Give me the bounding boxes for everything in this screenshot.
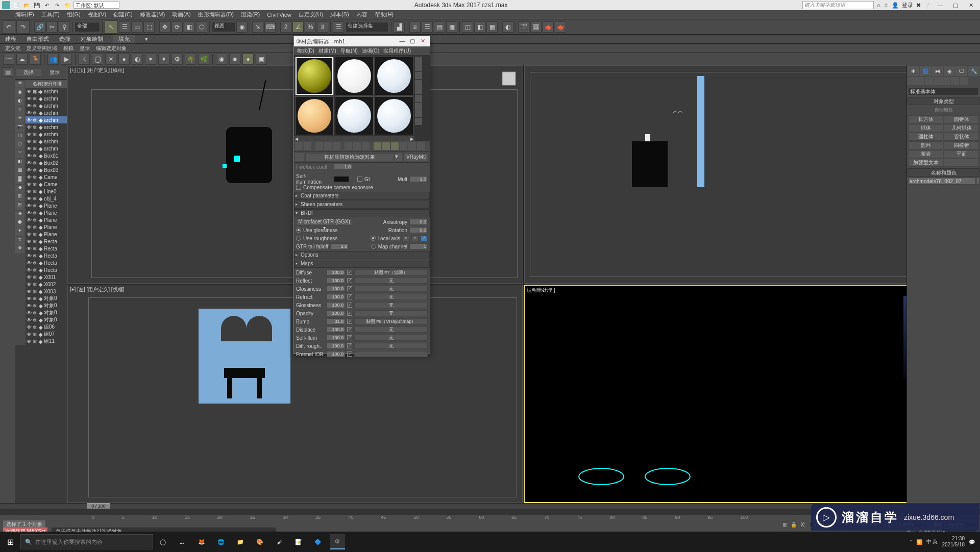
cmd-tab-motion[interactable]: ◉ bbox=[944, 66, 955, 76]
prim-button[interactable] bbox=[944, 159, 979, 167]
ribbon-tab-select[interactable]: 选择 bbox=[59, 35, 70, 43]
menu-edit[interactable]: 编辑(E) bbox=[15, 11, 34, 18]
start-button[interactable]: ⊞ bbox=[0, 532, 20, 552]
menu-script[interactable]: 脚本(S) bbox=[330, 11, 349, 18]
cmd-cat-geom-icon[interactable] bbox=[908, 77, 916, 85]
app-icon-4[interactable]: 🔷 bbox=[310, 534, 326, 549]
tray-up-icon[interactable]: ˄ bbox=[910, 539, 912, 545]
menu-graph[interactable]: 图形编辑器(D) bbox=[198, 11, 234, 18]
object-name-field[interactable] bbox=[908, 178, 976, 185]
spinner-snap-button[interactable]: ⥯ bbox=[317, 21, 328, 33]
scene-row[interactable]: 👁❄◆Plane bbox=[26, 209, 67, 216]
scene-filter-btn[interactable]: ◧ bbox=[15, 159, 24, 167]
bind-button[interactable]: ⚲ bbox=[59, 21, 70, 33]
prim-button[interactable]: 长方体 bbox=[908, 115, 943, 123]
scene-row[interactable]: 👁❄◆archm bbox=[26, 116, 67, 123]
undo-button[interactable]: ↶ bbox=[2, 20, 15, 34]
pop-icon-14[interactable]: ▣ bbox=[256, 54, 267, 65]
scene-row[interactable]: 👁❄◆X003 bbox=[26, 288, 67, 295]
help-icon[interactable]: ❔ bbox=[924, 2, 931, 9]
cmd-cat-light-icon[interactable] bbox=[925, 77, 933, 85]
firefox-icon[interactable]: 🦊 bbox=[194, 534, 209, 549]
ribbon-tab-populate[interactable]: 填充 bbox=[113, 35, 135, 43]
ribbon-panel-editsel[interactable]: 编辑选定对象 bbox=[96, 45, 127, 52]
ribbon-panel-idle[interactable]: 定义空闲区域 bbox=[27, 45, 57, 52]
ribbon-button[interactable]: ▦ bbox=[446, 21, 457, 33]
taskview-icon[interactable]: ◯ bbox=[155, 534, 170, 549]
clock[interactable]: 21:302021/5/18 bbox=[942, 536, 965, 548]
menu-content[interactable]: 内容 bbox=[356, 11, 368, 18]
workspace-combo[interactable]: 工作区: 默认 bbox=[74, 2, 119, 9]
mat-close-button[interactable]: ✕ bbox=[418, 38, 428, 45]
scene-row[interactable]: 👁❄◆obj_4 bbox=[26, 195, 67, 202]
mat-tool-showmap[interactable] bbox=[353, 142, 361, 150]
ref-coord-combo[interactable]: 视图 bbox=[212, 22, 235, 32]
mat-tool-assign[interactable] bbox=[315, 142, 323, 150]
qat-redo-icon[interactable]: ↷ bbox=[53, 1, 61, 9]
scene-row[interactable]: 👁❄◆Plane bbox=[26, 223, 67, 231]
menu-render[interactable]: 渲染(R) bbox=[241, 11, 260, 18]
mat-slot-6[interactable] bbox=[375, 96, 413, 135]
scene-row[interactable]: 👁❄◆archm bbox=[26, 145, 67, 152]
mat-menu-options[interactable]: 选项(O) bbox=[362, 47, 379, 55]
pop-icon-1[interactable]: ☇ bbox=[79, 54, 90, 65]
scene-row[interactable]: 👁❄◆Recta bbox=[26, 238, 67, 245]
cmd-cat-shape-icon[interactable] bbox=[916, 77, 924, 85]
pop-icon-5[interactable]: ◐ bbox=[132, 54, 143, 65]
prim-button[interactable]: 圆锥体 bbox=[944, 115, 979, 123]
mat-tool-gosibling[interactable] bbox=[382, 142, 390, 150]
viewcube-icon[interactable] bbox=[499, 69, 520, 89]
mat-slot-hscroll[interactable]: ◀▶ bbox=[294, 136, 414, 141]
scene-filter-btn[interactable]: ◐ bbox=[15, 98, 24, 106]
populate-seat-icon[interactable]: 🪑 bbox=[30, 54, 41, 65]
mat-tool-options[interactable] bbox=[408, 142, 416, 150]
selection-filter-combo[interactable]: 全部 bbox=[75, 22, 100, 32]
mat-slot-1[interactable] bbox=[295, 57, 334, 95]
dope-sheet-button[interactable]: ▦ bbox=[486, 21, 498, 33]
mat-tool-select[interactable] bbox=[417, 142, 425, 150]
scene-filter-btn[interactable]: ◈ bbox=[15, 211, 24, 219]
menu-help[interactable]: 帮助(H) bbox=[375, 11, 394, 18]
populate-idle-icon[interactable]: ☁ bbox=[16, 54, 28, 65]
mat-side-btn[interactable] bbox=[415, 72, 422, 79]
rollout-head[interactable]: Sheen parameters bbox=[294, 200, 430, 209]
mat-tool-reset[interactable] bbox=[324, 142, 332, 150]
prim-button[interactable]: 管状体 bbox=[944, 133, 979, 141]
ribbon-tab-objectpaint[interactable]: 对象绘制 bbox=[81, 35, 103, 43]
window-crossing-button[interactable]: ⬚ bbox=[143, 21, 155, 33]
scene-filter-btn[interactable]: ○ bbox=[15, 107, 24, 115]
scene-filter-btn[interactable]: 📷 bbox=[15, 124, 24, 132]
mat-tool-make[interactable] bbox=[345, 142, 352, 150]
material-editor-button[interactable]: ◐ bbox=[502, 21, 513, 33]
edit-named-sel-button[interactable]: ☰ bbox=[333, 21, 344, 33]
scene-filter-btn[interactable]: ◆ bbox=[15, 185, 24, 193]
pop-icon-9[interactable]: 🌴 bbox=[185, 54, 196, 65]
scene-filter-btn[interactable]: ↯ bbox=[15, 237, 24, 245]
select-object-button[interactable]: ↖ bbox=[105, 20, 118, 34]
cmd-tab-display[interactable]: 🖵 bbox=[956, 66, 968, 76]
mat-side-btn[interactable] bbox=[415, 57, 422, 64]
minimize-button[interactable]: — bbox=[934, 1, 946, 9]
scene-row[interactable]: 👁❄◆对象0 bbox=[26, 295, 67, 302]
prim-button[interactable]: 四棱锥 bbox=[944, 141, 979, 149]
object-color-swatch[interactable] bbox=[977, 178, 979, 185]
render-button[interactable]: 🫖 bbox=[543, 21, 554, 33]
curve-editor-button[interactable]: ◫ bbox=[462, 21, 473, 33]
mat-menu-mode[interactable]: 模式(D) bbox=[297, 47, 314, 55]
roll-name-color[interactable]: 名称和颜色 bbox=[908, 168, 979, 177]
mat-side-btn[interactable] bbox=[415, 95, 422, 102]
user-icon[interactable]: 👤 bbox=[892, 2, 899, 9]
named-selset-combo[interactable]: 创建选择集 bbox=[345, 22, 389, 32]
rollout-head[interactable]: Maps bbox=[294, 260, 430, 268]
select-rect-button[interactable]: ▭ bbox=[131, 21, 142, 33]
scene-filter-btn[interactable]: ⊞ bbox=[15, 193, 24, 202]
prim-button[interactable]: 球体 bbox=[908, 124, 943, 132]
scene-row[interactable]: 👁❄◆Recta bbox=[26, 266, 67, 273]
scene-row[interactable]: 👁❄◆archm bbox=[26, 123, 67, 131]
cmd-cat-helper-icon[interactable] bbox=[942, 77, 950, 85]
help-search-input[interactable]: 键入关键字或短语 bbox=[802, 1, 874, 9]
rollout-head[interactable]: BRDF bbox=[294, 209, 430, 217]
menu-create[interactable]: 创建(C) bbox=[113, 11, 132, 18]
pop-icon-3[interactable]: ☀ bbox=[105, 54, 116, 65]
scene-explorer-toggle[interactable]: ▤ bbox=[2, 67, 13, 77]
